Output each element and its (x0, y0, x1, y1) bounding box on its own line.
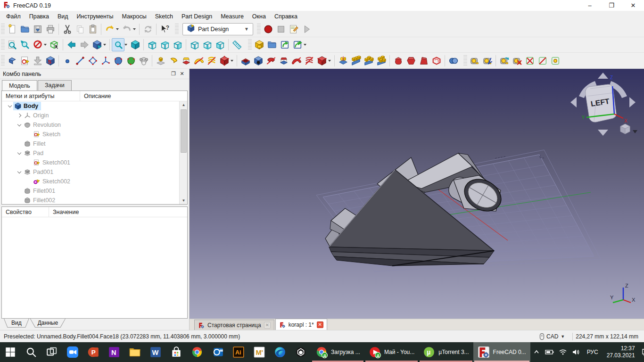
menu-sketch[interactable]: Sketch (151, 12, 177, 21)
scroll-up-arrow[interactable]: ▲ (180, 101, 188, 108)
create-part-button[interactable] (253, 38, 265, 51)
mirrored-button[interactable] (337, 54, 349, 67)
chevron-down-icon[interactable] (133, 28, 136, 30)
language-indicator[interactable]: РУС (583, 349, 602, 355)
taskbar-word-icon[interactable]: W (145, 342, 166, 362)
tree-item-fillet001[interactable]: Fillet001 (2, 186, 179, 196)
chevron-down-icon[interactable] (124, 44, 127, 46)
menu-макросы[interactable]: Макросы (118, 12, 151, 21)
tree-open-chevron[interactable] (7, 106, 13, 107)
taskbar-mail-m-icon[interactable]: M' (249, 342, 270, 362)
copy-button[interactable] (74, 23, 86, 36)
polar-pattern-button[interactable] (362, 54, 375, 67)
groove-button[interactable] (264, 54, 277, 67)
taskbar-chrome-icon[interactable] (187, 342, 207, 362)
tree-open-chevron[interactable] (16, 172, 23, 173)
float-panel-button[interactable]: ❐ (169, 70, 178, 78)
scroll-thumb[interactable] (181, 109, 187, 153)
view-left-button[interactable] (214, 38, 226, 51)
taskbar-outlook-icon[interactable] (207, 342, 228, 362)
pocket-button[interactable] (239, 54, 252, 67)
tree-item-revolution[interactable]: Revolution (2, 120, 179, 130)
3d-viewport[interactable]: LEFT Y X Z (190, 69, 644, 319)
tree-item-fillet002[interactable]: Fillet002 (2, 196, 179, 204)
additive-box-button[interactable] (218, 54, 231, 67)
taskbar-powerpoint-icon[interactable]: P (83, 342, 104, 362)
print-button[interactable] (44, 23, 57, 36)
refresh-button[interactable] (141, 23, 154, 36)
map-sketch-button[interactable] (31, 54, 44, 67)
create-group-button[interactable] (265, 38, 278, 51)
taskbar-app-freecad[interactable]: FreeCAD 0... (473, 342, 530, 362)
wifi-icon[interactable] (557, 349, 569, 355)
toolbar-grip[interactable] (175, 24, 179, 35)
navcube-menu-caret[interactable] (633, 130, 637, 133)
battery-icon[interactable] (544, 349, 556, 355)
close-panel-button[interactable]: ✕ (178, 70, 186, 78)
taskbar-unity-icon[interactable] (290, 342, 311, 362)
additive-helix-button[interactable] (205, 54, 218, 67)
toggle-measure-all-button[interactable] (549, 54, 561, 67)
chevron-down-icon[interactable] (116, 28, 119, 30)
thickness-button[interactable] (430, 54, 443, 67)
redo-button[interactable] (120, 23, 133, 36)
document-tab[interactable]: Стартовая страница✕ (194, 320, 274, 330)
hole-button[interactable] (252, 54, 264, 67)
taskbar-onenote-icon[interactable]: N (104, 342, 124, 362)
minimize-button[interactable]: – (579, 0, 601, 11)
toolbar-grip[interactable] (1, 24, 5, 35)
tree-item-pad[interactable]: Pad (2, 148, 179, 158)
view-top-button[interactable] (158, 38, 171, 51)
chevron-down-icon[interactable] (103, 44, 106, 46)
toolbar-grip[interactable] (248, 39, 252, 50)
menu-правка[interactable]: Правка (25, 12, 53, 21)
chevron-down-icon[interactable] (231, 60, 233, 62)
restore-button[interactable]: ❐ (601, 0, 622, 11)
nav-back-button[interactable] (65, 38, 78, 51)
macro-stop-button[interactable] (274, 23, 287, 36)
toggle-measure-delta-button[interactable] (536, 54, 549, 67)
macro-record-button[interactable] (262, 23, 274, 36)
datum-cs-button[interactable] (99, 54, 112, 67)
navigation-style-selector[interactable]: CAD ▼ (535, 333, 570, 340)
taskbar-app-chrome-dl[interactable]: ДЗагрузка ... (311, 342, 364, 362)
linear-pattern-button[interactable] (349, 54, 362, 67)
new-file-button[interactable] (6, 23, 18, 36)
save-button[interactable] (31, 23, 44, 36)
tree-item-fillet[interactable]: Fillet (2, 139, 179, 148)
clock[interactable]: 12:37 27.03.2021 (603, 345, 639, 359)
tree-item-body[interactable]: Body (2, 101, 179, 111)
view-rear-button[interactable] (188, 38, 201, 51)
draft-button[interactable] (417, 54, 430, 67)
shapebinder-button[interactable] (112, 54, 124, 67)
taskbar-task-view-icon[interactable] (41, 342, 62, 362)
measure-clear-button[interactable] (511, 54, 523, 67)
additive-pipe-button[interactable] (192, 54, 205, 67)
menu-инструменты[interactable]: Инструменты (73, 12, 118, 21)
taskbar-illustrator-icon[interactable]: Ai (228, 342, 249, 362)
measure-angular-button[interactable] (481, 54, 494, 67)
bottom-tab-вид[interactable]: Вид (4, 319, 29, 328)
menu-окна[interactable]: Окна (248, 12, 270, 21)
open-button[interactable] (18, 23, 31, 36)
tree-scrollbar[interactable]: ▲ ▼ (179, 101, 187, 204)
taskbar-start-icon[interactable] (0, 342, 21, 362)
make-sub-link-button[interactable] (291, 38, 304, 51)
subtractive-pipe-button[interactable] (290, 54, 303, 67)
toolbar-grip[interactable] (1, 39, 5, 50)
menu-справка[interactable]: Справка (270, 12, 302, 21)
create-sketch-button[interactable] (18, 54, 31, 67)
tree-closed-chevron[interactable] (16, 114, 23, 117)
tree-open-chevron[interactable] (16, 124, 23, 126)
document-tab[interactable]: korapl : 1*✕ (275, 319, 327, 330)
undo-button[interactable] (103, 23, 116, 36)
doc-tab-close-icon[interactable]: ✕ (264, 322, 271, 329)
toolbar-grip[interactable] (257, 24, 261, 35)
tab-задачи[interactable]: Задачи (38, 80, 72, 90)
menu-part-design[interactable]: Part Design (177, 12, 216, 21)
link-nav-button[interactable] (91, 38, 103, 51)
fit-all-button[interactable] (6, 38, 18, 51)
tree-item-origin[interactable]: Origin (2, 111, 179, 120)
chamfer-button[interactable] (405, 54, 417, 67)
toolbar-grip[interactable] (1, 55, 5, 66)
